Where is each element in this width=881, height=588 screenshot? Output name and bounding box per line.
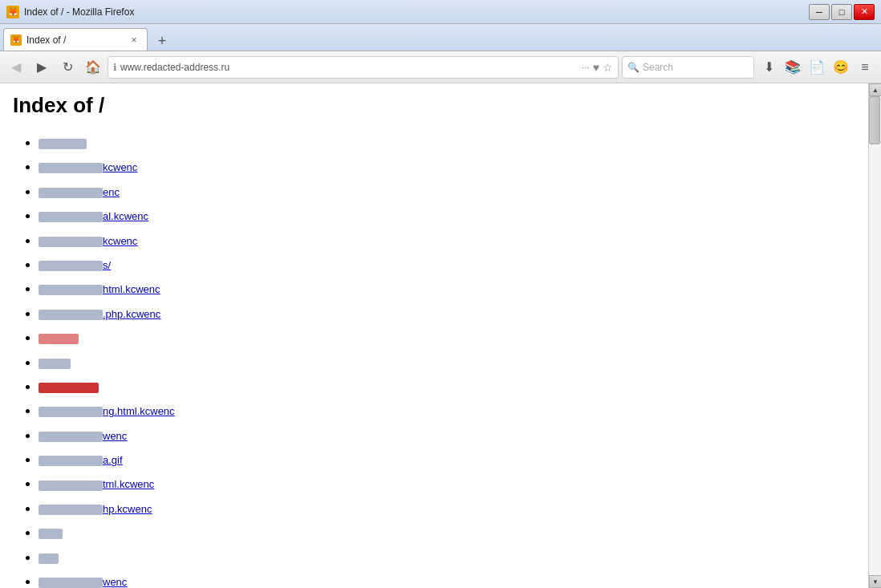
- blurred-filename: [39, 334, 79, 344]
- blurred-filename: [39, 237, 103, 247]
- list-item: html.kcwenc: [39, 277, 855, 301]
- window-controls: ─ □ ✕: [809, 4, 875, 20]
- file-list: kcwenc enc al.kcwenc kcwenc: [13, 131, 855, 588]
- file-link[interactable]: [39, 552, 59, 564]
- file-link[interactable]: [39, 381, 99, 393]
- forward-button[interactable]: ▶: [30, 56, 53, 79]
- list-item: s/: [39, 253, 855, 277]
- file-link[interactable]: [39, 332, 79, 344]
- file-link[interactable]: .php.kcwenc: [39, 308, 160, 320]
- blurred-filename: [39, 163, 103, 173]
- list-item: [39, 351, 855, 375]
- scrollbar-thumb[interactable]: [869, 96, 880, 144]
- close-window-button[interactable]: ✕: [854, 4, 875, 20]
- close-tab-button[interactable]: ×: [128, 34, 140, 47]
- address-bar[interactable]: ℹ www.redacted-address.ru ··· ♥ ☆: [108, 56, 619, 79]
- search-icon: 🔍: [627, 62, 639, 73]
- file-link[interactable]: kcwenc: [39, 161, 137, 173]
- scroll-up-button[interactable]: ▲: [869, 83, 881, 96]
- app-icon: 🦊: [6, 6, 19, 18]
- file-link[interactable]: kcwenc: [39, 235, 137, 247]
- list-item: [39, 131, 855, 155]
- library-button[interactable]: 📚: [782, 56, 804, 79]
- blurred-filename: [39, 261, 103, 271]
- list-item: [39, 375, 855, 399]
- blurred-filename: [39, 505, 103, 515]
- file-link[interactable]: hp.kcwenc: [39, 503, 152, 515]
- list-item: wenc: [39, 424, 855, 448]
- blurred-filename: [39, 188, 103, 198]
- new-tab-button[interactable]: +: [151, 31, 173, 51]
- blurred-filename: [39, 285, 103, 295]
- file-link[interactable]: s/: [39, 259, 111, 271]
- pocket-icon[interactable]: ♥: [593, 61, 599, 74]
- menu-button[interactable]: ≡: [854, 56, 876, 79]
- page-title: Index of /: [13, 93, 855, 118]
- download-button[interactable]: ⬇: [757, 56, 780, 79]
- blurred-filename: [39, 139, 87, 149]
- list-item: kcwenc: [39, 155, 855, 179]
- tab-bar: 🦊 Index of / × +: [0, 24, 881, 51]
- list-item: [39, 326, 855, 350]
- more-icon[interactable]: ···: [582, 62, 590, 73]
- emoji-button[interactable]: 😊: [830, 56, 852, 79]
- search-placeholder: Search: [643, 62, 673, 73]
- nav-right-buttons: ⬇ 📚 📄 😊 ≡: [757, 56, 876, 79]
- nav-bar: ◀ ▶ ↻ 🏠 ℹ www.redacted-address.ru ··· ♥ …: [0, 51, 881, 83]
- blurred-filename: [39, 407, 103, 417]
- refresh-button[interactable]: ↻: [56, 56, 79, 79]
- vertical-scrollbar[interactable]: ▲ ▼: [868, 83, 881, 588]
- tab-title: Index of /: [26, 34, 123, 46]
- list-item: ng.html.kcwenc: [39, 399, 855, 423]
- list-item: [39, 545, 855, 570]
- address-text: www.redacted-address.ru: [120, 62, 579, 73]
- browser-content: Index of / kcwenc enc: [0, 83, 881, 588]
- file-link[interactable]: [39, 357, 71, 369]
- search-bar[interactable]: 🔍 Search: [622, 56, 754, 79]
- minimize-button[interactable]: ─: [809, 4, 830, 20]
- blurred-filename: [39, 578, 103, 588]
- file-link[interactable]: html.kcwenc: [39, 283, 160, 295]
- reader-view-button[interactable]: 📄: [806, 56, 828, 79]
- back-button[interactable]: ◀: [5, 56, 27, 79]
- list-item: .php.kcwenc: [39, 302, 855, 326]
- page-content: Index of / kcwenc enc: [0, 83, 868, 588]
- restore-button[interactable]: □: [831, 4, 852, 20]
- file-link[interactable]: wenc: [39, 576, 127, 588]
- file-link[interactable]: [39, 527, 63, 539]
- list-item: wenc: [39, 570, 855, 588]
- blurred-filename: [39, 529, 63, 539]
- scrollbar-track[interactable]: [869, 96, 881, 575]
- blurred-filename: [39, 310, 103, 320]
- file-link[interactable]: tml.kcwenc: [39, 478, 154, 490]
- bookmark-icon[interactable]: ☆: [603, 61, 613, 74]
- list-item: a.gif: [39, 448, 855, 472]
- file-link[interactable]: al.kcwenc: [39, 210, 148, 222]
- info-icon: ℹ: [113, 62, 117, 73]
- blurred-filename: [39, 554, 59, 564]
- blurred-filename: [39, 432, 103, 442]
- list-item: tml.kcwenc: [39, 472, 855, 496]
- list-item: hp.kcwenc: [39, 497, 855, 521]
- list-item: al.kcwenc: [39, 204, 855, 228]
- home-button[interactable]: 🏠: [82, 56, 104, 79]
- file-link[interactable]: enc: [39, 186, 120, 198]
- list-item: [39, 521, 855, 545]
- scroll-down-button[interactable]: ▼: [869, 575, 881, 588]
- blurred-filename: [39, 481, 103, 491]
- window-title: Index of / - Mozilla Firefox: [24, 6, 809, 18]
- blurred-filename: [39, 456, 103, 466]
- file-link[interactable]: [39, 137, 87, 149]
- blurred-filename: [39, 359, 71, 369]
- blurred-filename: [39, 212, 103, 222]
- title-bar: 🦊 Index of / - Mozilla Firefox ─ □ ✕: [0, 0, 881, 24]
- list-item: enc: [39, 180, 855, 204]
- blurred-filename: [39, 383, 99, 393]
- tab-favicon: 🦊: [10, 34, 22, 46]
- file-link[interactable]: wenc: [39, 430, 127, 442]
- list-item: kcwenc: [39, 229, 855, 253]
- active-tab[interactable]: 🦊 Index of / ×: [3, 28, 148, 51]
- file-link[interactable]: ng.html.kcwenc: [39, 405, 175, 417]
- file-link[interactable]: a.gif: [39, 454, 123, 466]
